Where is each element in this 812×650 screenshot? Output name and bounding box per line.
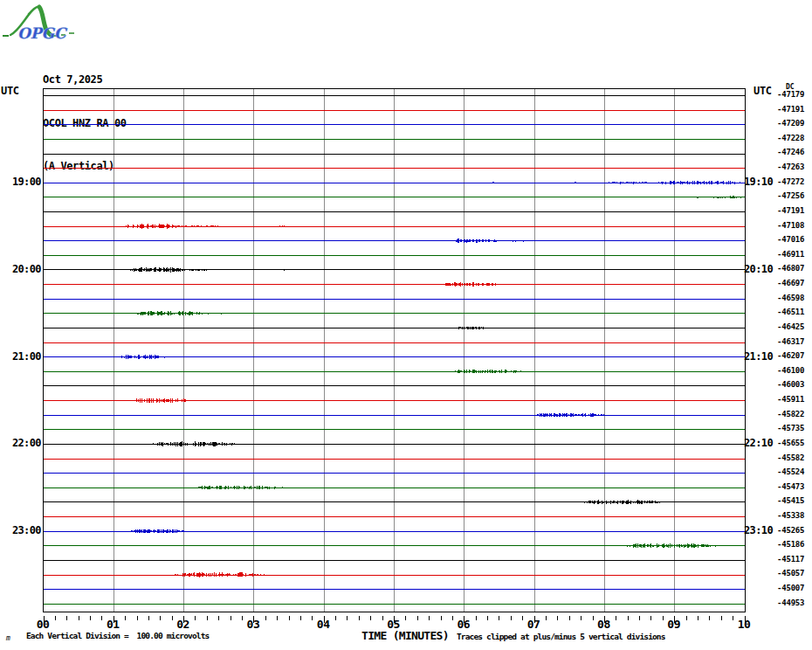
dc-value-row-18: -46317 bbox=[777, 337, 812, 347]
dc-value-row-22: -45911 bbox=[777, 395, 812, 405]
dc-value-row-21: -46003 bbox=[777, 380, 812, 390]
x-tick-label-06: 06 bbox=[450, 618, 478, 631]
x-tick-label-01: 01 bbox=[99, 618, 127, 631]
dc-value-row-17: -46425 bbox=[777, 322, 812, 332]
dc-value-row-28: -45473 bbox=[777, 482, 812, 492]
dc-value-row-7: -47272 bbox=[777, 177, 812, 187]
dc-value-row-20: -46100 bbox=[777, 366, 812, 376]
dc-value-row-26: -45582 bbox=[777, 453, 812, 463]
clipping-note: Traces clipped at plus/minus 5 vertical … bbox=[457, 632, 665, 641]
dc-value-row-8: -47256 bbox=[777, 191, 812, 201]
seismogram-traces-canvas bbox=[44, 89, 745, 612]
dc-value-row-4: -47228 bbox=[777, 134, 812, 143]
left-time-label-20:00: 20:00 bbox=[0, 263, 41, 275]
dc-value-row-27: -45524 bbox=[777, 467, 812, 477]
dc-value-row-23: -45822 bbox=[777, 410, 812, 419]
dc-value-row-15: -46598 bbox=[777, 294, 812, 303]
x-tick-label-07: 07 bbox=[520, 618, 547, 631]
x-tick-label-03: 03 bbox=[239, 618, 267, 631]
x-tick-label-02: 02 bbox=[169, 618, 197, 631]
x-tick-label-04: 04 bbox=[309, 618, 337, 631]
dc-value-row-25: -45655 bbox=[777, 439, 812, 448]
dc-value-row-9: -47191 bbox=[777, 206, 812, 216]
x-tick-label-00: 00 bbox=[29, 618, 57, 631]
x-tick-label-08: 08 bbox=[589, 618, 617, 631]
dc-value-row-31: -45265 bbox=[777, 526, 812, 536]
dc-value-row-30: -45338 bbox=[777, 511, 812, 521]
dc-value-row-3: -47209 bbox=[777, 119, 812, 128]
dc-value-row-2: -47191 bbox=[777, 105, 812, 114]
dc-value-row-10: -47108 bbox=[777, 221, 812, 231]
left-time-label-19:00: 19:00 bbox=[0, 176, 41, 188]
dc-value-row-1: -47179 bbox=[777, 90, 812, 100]
logo-mountain-icon: OPGC bbox=[2, 2, 89, 44]
dc-value-row-24: -45735 bbox=[777, 424, 812, 433]
dc-value-row-32: -45186 bbox=[777, 540, 812, 550]
dc-value-row-36: -44953 bbox=[777, 598, 812, 608]
utc-label-left: UTC bbox=[1, 85, 19, 97]
dc-value-row-13: -46807 bbox=[777, 264, 812, 273]
dc-value-row-5: -47246 bbox=[777, 148, 812, 157]
dc-value-row-34: -45057 bbox=[777, 569, 812, 578]
x-axis-title: TIME (MINUTES) bbox=[361, 629, 449, 642]
dc-value-row-12: -46911 bbox=[777, 250, 812, 259]
x-tick-label-09: 09 bbox=[660, 618, 688, 631]
dc-value-row-11: -47016 bbox=[777, 235, 812, 245]
dc-value-row-6: -47263 bbox=[777, 162, 812, 172]
seismogram-plot-area bbox=[43, 88, 746, 612]
dc-value-row-29: -45415 bbox=[777, 496, 812, 506]
opgc-logo: OPGC bbox=[2, 2, 89, 44]
logo-text: OPGC bbox=[17, 24, 68, 42]
dc-value-row-33: -45117 bbox=[777, 555, 812, 564]
dc-value-row-35: -45007 bbox=[777, 584, 812, 593]
left-time-label-23:00: 23:00 bbox=[0, 524, 41, 536]
dc-value-row-14: -46697 bbox=[777, 279, 812, 288]
x-tick-label-10: 10 bbox=[730, 618, 758, 631]
left-time-label-21:00: 21:00 bbox=[0, 350, 41, 363]
dc-value-row-16: -46511 bbox=[777, 308, 812, 317]
date-label: Oct 7,2025 bbox=[43, 73, 127, 87]
left-time-label-22:00: 22:00 bbox=[0, 437, 41, 449]
utc-label-right: UTC bbox=[754, 85, 772, 97]
corner-glyph: m bbox=[6, 634, 10, 642]
vertical-scale-note: Each Vertical Division = 100.00 microvol… bbox=[26, 631, 209, 640]
dc-value-row-19: -46207 bbox=[777, 351, 812, 361]
